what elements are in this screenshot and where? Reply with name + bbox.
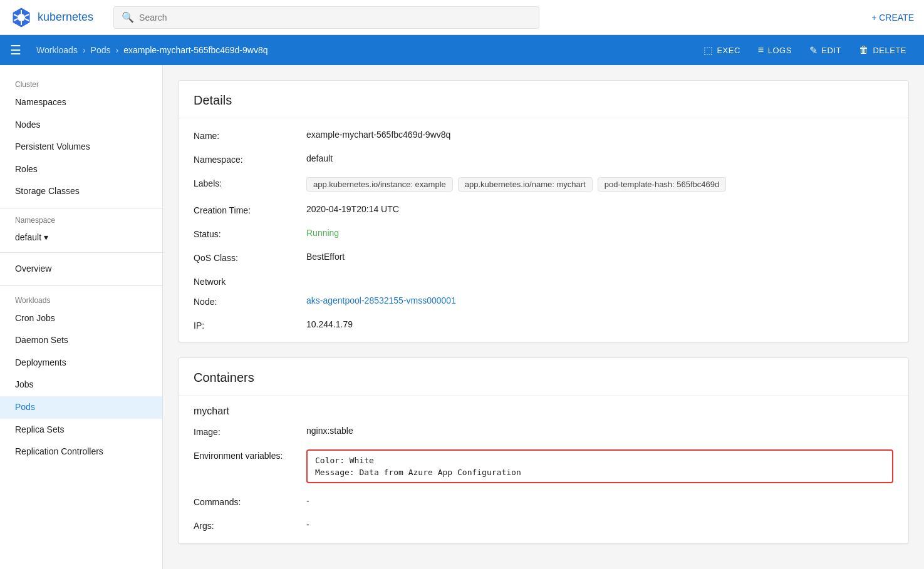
sidebar: Cluster Namespaces Nodes Persistent Volu… [0, 65, 163, 569]
breadcrumb-current: example-mychart-565fbc469d-9wv8q [123, 45, 267, 55]
chevron-down-icon: ▾ [44, 232, 48, 242]
namespace-dropdown[interactable]: default ▾ [15, 232, 48, 242]
env-var-0: Color: White [315, 456, 885, 465]
sidebar-item-jobs[interactable]: Jobs [0, 374, 162, 396]
breadcrumb-sep-1: › [83, 45, 86, 55]
sidebar-divider-1 [0, 208, 162, 208]
details-value-name: example-mychart-565fbc469d-9wv8q [306, 130, 893, 140]
namespace-label: Namespace [0, 213, 162, 225]
label-chip-0: app.kubernetes.io/instance: example [306, 177, 453, 192]
details-label-qos: QoS Class: [194, 252, 306, 263]
hamburger-icon[interactable]: ☰ [10, 43, 21, 58]
search-bar[interactable]: 🔍 [113, 6, 539, 29]
details-label-namespace: Namespace: [194, 153, 306, 165]
details-table: Name: example-mychart-565fbc469d-9wv8q N… [179, 118, 908, 342]
details-label-creation-time: Creation Time: [194, 204, 306, 215]
navbar: ☰ Workloads › Pods › example-mychart-565… [0, 35, 924, 65]
details-label-labels: Labels: [194, 177, 306, 188]
container-value-image: nginx:stable [306, 426, 893, 436]
sidebar-item-daemon-sets[interactable]: Daemon Sets [0, 329, 162, 352]
sidebar-item-roles[interactable]: Roles [0, 158, 162, 181]
delete-button[interactable]: 🗑 DELETE [851, 41, 914, 59]
topbar: kubernetes 🔍 + CREATE [0, 0, 924, 35]
navbar-actions: ⬚ EXEC ≡ LOGS ✎ EDIT 🗑 DELETE [696, 41, 914, 60]
container-label-commands: Commands: [194, 496, 306, 507]
details-row-ip: IP: 10.244.1.79 [179, 313, 908, 337]
env-var-1: Message: Data from Azure App Configurati… [315, 468, 885, 477]
sidebar-item-overview[interactable]: Overview [0, 258, 162, 280]
sidebar-item-namespaces[interactable]: Namespaces [0, 91, 162, 114]
breadcrumb-pods[interactable]: Pods [91, 45, 111, 55]
breadcrumb: Workloads › Pods › example-mychart-565fb… [36, 45, 268, 55]
sidebar-item-storage-classes[interactable]: Storage Classes [0, 180, 162, 203]
details-value-status: Running [306, 228, 893, 238]
kubernetes-logo-icon [10, 6, 33, 29]
container-row-commands: Commands: - [179, 490, 908, 513]
logs-button[interactable]: ≡ LOGS [750, 41, 799, 59]
search-icon: 🔍 [122, 11, 134, 23]
workloads-section-header: Workloads [0, 291, 162, 307]
details-value-creation-time: 2020-04-19T20:14 UTC [306, 204, 893, 214]
container-value-args: - [306, 520, 893, 530]
logo-text: kubernetes [38, 11, 93, 24]
details-row-status: Status: Running [179, 222, 908, 245]
sidebar-divider-2 [0, 252, 162, 253]
exec-icon: ⬚ [703, 44, 714, 56]
container-row-image: Image: nginx:stable [179, 419, 908, 443]
breadcrumb-workloads[interactable]: Workloads [36, 45, 78, 55]
containers-title: Containers [179, 358, 908, 396]
sidebar-item-deployments[interactable]: Deployments [0, 352, 162, 374]
exec-button[interactable]: ⬚ EXEC [696, 41, 748, 60]
details-row-qos: QoS Class: BestEffort [179, 245, 908, 269]
namespace-selector[interactable]: default ▾ [0, 227, 162, 247]
breadcrumb-sep-2: › [115, 45, 118, 55]
label-chip-1: app.kubernetes.io/name: mychart [458, 177, 593, 192]
details-value-qos: BestEffort [306, 252, 893, 262]
details-label-ip: IP: [194, 319, 306, 331]
namespace-value: default [15, 232, 41, 242]
container-label-image: Image: [194, 426, 306, 437]
container-name: mychart [179, 396, 908, 419]
delete-icon: 🗑 [859, 44, 869, 56]
details-row-name: Name: example-mychart-565fbc469d-9wv8q [179, 123, 908, 147]
details-value-labels: app.kubernetes.io/instance: example app.… [306, 177, 893, 192]
sidebar-item-nodes[interactable]: Nodes [0, 114, 162, 136]
main-layout: Cluster Namespaces Nodes Persistent Volu… [0, 65, 924, 569]
details-value-ip: 10.244.1.79 [306, 319, 893, 329]
container-value-env: Color: White Message: Data from Azure Ap… [306, 449, 893, 483]
sidebar-item-cron-jobs[interactable]: Cron Jobs [0, 307, 162, 330]
sidebar-item-replication-controllers[interactable]: Replication Controllers [0, 441, 162, 463]
details-title: Details [179, 81, 908, 118]
details-value-node[interactable]: aks-agentpool-28532155-vmss000001 [306, 295, 893, 305]
details-value-namespace: default [306, 153, 893, 163]
container-label-env: Environment variables: [194, 449, 306, 461]
container-row-env: Environment variables: Color: White Mess… [179, 443, 908, 490]
edit-icon: ✎ [809, 44, 818, 56]
create-button[interactable]: + CREATE [871, 13, 914, 23]
sidebar-item-replica-sets[interactable]: Replica Sets [0, 419, 162, 441]
sidebar-item-persistent-volumes[interactable]: Persistent Volumes [0, 136, 162, 158]
details-row-creation-time: Creation Time: 2020-04-19T20:14 UTC [179, 198, 908, 222]
env-variables-box: Color: White Message: Data from Azure Ap… [306, 449, 893, 483]
label-chip-2: pod-template-hash: 565fbc469d [598, 177, 727, 192]
details-row-node: Node: aks-agentpool-28532155-vmss000001 [179, 289, 908, 313]
sidebar-item-pods[interactable]: Pods [0, 396, 162, 419]
edit-button[interactable]: ✎ EDIT [802, 41, 849, 60]
details-label-status: Status: [194, 228, 306, 239]
content-area: Details Name: example-mychart-565fbc469d… [163, 65, 924, 569]
details-card: Details Name: example-mychart-565fbc469d… [178, 80, 909, 342]
details-row-labels: Labels: app.kubernetes.io/instance: exam… [179, 171, 908, 198]
svg-point-1 [18, 14, 25, 21]
logs-icon: ≡ [758, 44, 764, 56]
cluster-section-header: Cluster [0, 75, 162, 91]
search-input[interactable] [139, 13, 531, 23]
container-row-args: Args: - [179, 513, 908, 543]
containers-card: Containers mychart Image: nginx:stable E… [178, 357, 909, 544]
sidebar-divider-3 [0, 285, 162, 286]
logo: kubernetes [10, 6, 93, 29]
network-section-head: Network [179, 269, 908, 289]
details-label-node: Node: [194, 295, 306, 307]
details-row-namespace: Namespace: default [179, 147, 908, 171]
container-label-args: Args: [194, 520, 306, 531]
container-value-commands: - [306, 496, 893, 506]
